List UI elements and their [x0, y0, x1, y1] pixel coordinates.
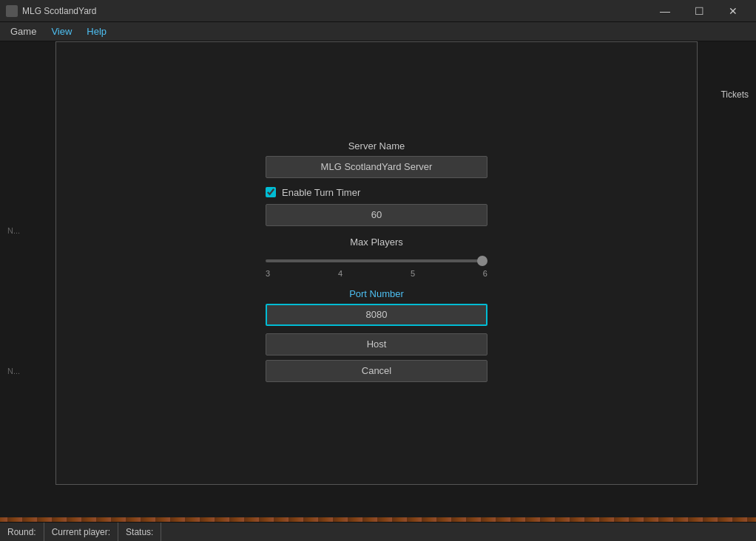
timer-value-input[interactable] — [266, 204, 487, 226]
slider-label-6: 6 — [483, 269, 487, 278]
slider-wrap — [266, 254, 487, 265]
menu-help[interactable]: Help — [79, 24, 114, 39]
current-player-label: Current player: — [52, 527, 110, 537]
menu-view[interactable]: View — [44, 24, 79, 39]
host-button[interactable]: Host — [266, 333, 487, 355]
enable-timer-row: Enable Turn Timer — [266, 187, 487, 198]
status-label: Status: — [126, 527, 153, 537]
dialog: Server Name Enable Turn Timer Max Player… — [55, 41, 698, 485]
app-icon — [6, 5, 18, 17]
minimize-button[interactable]: — — [648, 0, 682, 22]
round-label: Round: — [7, 527, 36, 537]
slider-label-4: 4 — [338, 269, 342, 278]
title-bar: MLG ScotlandYard — ☐ ✕ — [0, 0, 756, 22]
max-players-slider[interactable] — [266, 259, 487, 262]
status-bar: Round: Current player: Status: — [0, 522, 756, 541]
enable-timer-checkbox[interactable] — [266, 187, 276, 197]
window-controls: — ☐ ✕ — [648, 0, 750, 22]
slider-labels: 3 4 5 6 — [266, 269, 487, 278]
side-text-1: N... — [7, 226, 20, 235]
server-name-label: Server Name — [266, 140, 487, 152]
enable-timer-label[interactable]: Enable Turn Timer — [282, 187, 360, 198]
timer-input-wrap — [266, 204, 487, 226]
cancel-button[interactable]: Cancel — [266, 360, 487, 382]
menu-game[interactable]: Game — [3, 24, 44, 39]
slider-label-5: 5 — [411, 269, 415, 278]
status-current-player: Current player: — [44, 523, 118, 541]
side-text-2: N... — [7, 367, 20, 375]
tickets-badge: Tickets — [720, 89, 749, 100]
app-title: MLG ScotlandYard — [22, 6, 648, 16]
menu-bar: Game View Help — [0, 22, 756, 41]
status-round: Round: — [7, 523, 44, 541]
dialog-inner: Server Name Enable Turn Timer Max Player… — [266, 140, 487, 387]
port-label: Port Number — [266, 288, 487, 299]
max-players-label: Max Players — [266, 237, 487, 248]
status-status: Status: — [118, 523, 161, 541]
close-button[interactable]: ✕ — [716, 0, 750, 22]
server-name-input[interactable] — [266, 156, 487, 178]
port-input[interactable] — [266, 304, 487, 326]
slider-label-3: 3 — [266, 269, 270, 278]
maximize-button[interactable]: ☐ — [682, 0, 716, 22]
